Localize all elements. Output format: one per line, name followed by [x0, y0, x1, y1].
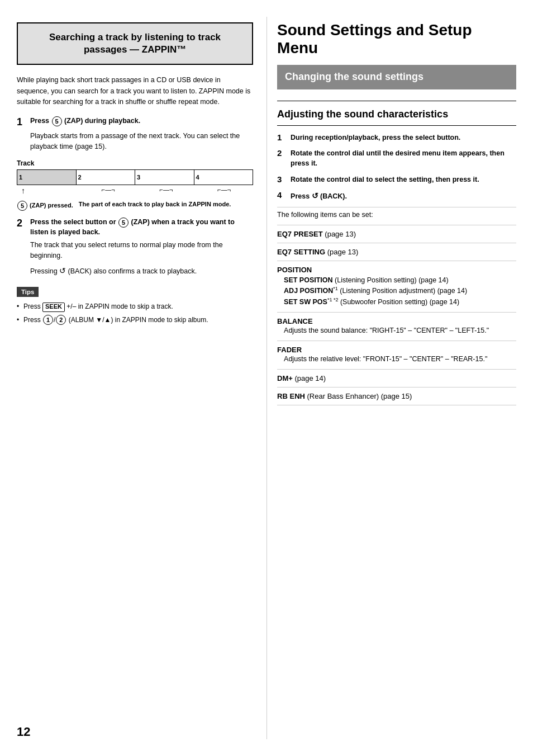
setting-dm-plus: DM+ (page 14): [277, 370, 516, 388]
step-1-title: Press 5 (ZAP) during playback.: [30, 116, 140, 126]
setting-eq7-setting: EQ7 SETTING (page 13): [277, 243, 516, 261]
step-2-body2: Pressing ↺ (BACK) also confirms a track …: [30, 265, 253, 277]
setting-eq7-setting-name: EQ7 SETTING: [277, 248, 325, 256]
tips-list: Press SEEK +/– in ZAPPIN mode to skip a …: [17, 301, 253, 325]
tips-label: Tips: [17, 287, 39, 297]
arrow-4: ⌐—¬: [195, 186, 253, 199]
right-step-4-num: 4: [277, 190, 287, 200]
step-2: 2 Press the select button or 5 (ZAP) whe…: [17, 218, 253, 277]
track-seg-4: 4: [194, 170, 253, 185]
left-column: Searching a track by listening to track …: [17, 17, 266, 739]
track-seg-2: 2: [77, 170, 136, 185]
settings-list: EQ7 PRESET (page 13) EQ7 SETTING (page 1…: [277, 225, 516, 405]
track-diagram: Track 1 2 3 4 ↑ ⌐—¬ ⌐—¬ ⌐—¬ 5 (ZAP) pres…: [17, 159, 253, 211]
step-1: 1 Press 5 (ZAP) during playback. Playbac…: [17, 116, 253, 152]
tips-item-1: Press SEEK +/– in ZAPPIN mode to skip a …: [17, 301, 253, 312]
setting-dm-plus-name: DM+: [277, 374, 293, 382]
setting-rb-enh-name: RB ENH: [277, 392, 305, 400]
setting-eq7-preset: EQ7 PRESET (page 13): [277, 225, 516, 243]
right-step-1: 1 During reception/playback, press the s…: [277, 133, 516, 143]
btn1-icon: 1: [43, 315, 53, 325]
setting-position-name: POSITION: [277, 266, 516, 274]
arrow-1: ↑: [17, 186, 79, 199]
setting-fader-desc: Adjusts the relative level: "FRONT-15" –…: [284, 354, 516, 365]
setting-balance-desc: Adjusts the sound balance: "RIGHT-15" – …: [284, 325, 516, 336]
track-arrows: ↑ ⌐—¬ ⌐—¬ ⌐—¬: [17, 186, 253, 199]
zap-button-icon: 5: [52, 116, 62, 126]
setting-fader-name: FADER: [277, 346, 516, 354]
zap-icon-caption: 5: [17, 201, 27, 211]
right-subtitle: Changing the sound settings: [277, 65, 516, 89]
right-step-1-num: 1: [277, 133, 287, 142]
step-1-body: Playback starts from a passage of the ne…: [30, 131, 253, 152]
track-seg-1: 1: [17, 170, 77, 185]
setting-dm-plus-suffix: (page 14): [293, 374, 326, 382]
set-sw-pos: SET SW POS*1 *2 (Subwoofer Position sett…: [284, 296, 516, 308]
tips-item-2: Press 1/2 (ALBUM ▼/▲) in ZAPPIN mode to …: [17, 315, 253, 325]
tips-section: Tips Press SEEK +/– in ZAPPIN mode to sk…: [17, 287, 253, 325]
seek-btn-icon: SEEK: [42, 303, 65, 312]
set-position: SET POSITION (Listening Position setting…: [284, 275, 516, 286]
search-box: Searching a track by listening to track …: [17, 22, 253, 65]
track-bars: 1 2 3 4: [17, 169, 253, 185]
setting-rb-enh: RB ENH (Rear Bass Enhancer) (page 15): [277, 388, 516, 405]
adj-position: ADJ POSITION*1 (Listening Position adjus…: [284, 285, 516, 296]
right-note: The following items can be set:: [277, 207, 516, 220]
right-step-3-text: Rotate the control dial to select the se…: [291, 174, 479, 185]
search-box-title: Searching a track by listening to track …: [27, 31, 243, 56]
step-2-num: 2: [17, 218, 27, 230]
right-column: Sound Settings and Setup Menu Changing t…: [266, 17, 516, 739]
step-2-title: Press the select button or 5 (ZAP) when …: [30, 218, 253, 238]
step-1-num: 1: [17, 116, 27, 129]
right-step-2: 2 Rotate the control dial until the desi…: [277, 148, 516, 168]
setting-balance: BALANCE Adjusts the sound balance: "RIGH…: [277, 313, 516, 341]
page-number: 12: [17, 725, 30, 739]
step-2-body1: The track that you select returns to nor…: [30, 240, 253, 277]
track-caption: 5 (ZAP) pressed. The part of each track …: [17, 201, 253, 211]
right-section-title: Adjusting the sound characteristics: [277, 108, 516, 126]
arrow-3: ⌐—¬: [137, 186, 196, 199]
right-step-3: 3 Rotate the control dial to select the …: [277, 174, 516, 185]
setting-position: POSITION SET POSITION (Listening Positio…: [277, 261, 516, 313]
setting-rb-enh-suffix: (Rear Bass Enhancer) (page 15): [305, 392, 412, 400]
track-caption-right: The part of each track to play back in Z…: [79, 201, 231, 211]
left-intro: While playing back short track passages …: [17, 75, 253, 107]
zap-btn-step2: 5: [118, 218, 129, 228]
right-step-4-text: Press ↺ (BACK).: [291, 190, 347, 201]
right-step-2-num: 2: [277, 148, 287, 158]
arrow-2: ⌐—¬: [79, 186, 137, 199]
right-step-3-num: 3: [277, 174, 287, 184]
right-step-4: 4 Press ↺ (BACK).: [277, 190, 516, 201]
track-label: Track: [17, 159, 253, 167]
setting-balance-name: BALANCE: [277, 317, 516, 325]
setting-eq7-preset-name: EQ7 PRESET: [277, 230, 323, 238]
right-step-2-text: Rotate the control dial until the desire…: [291, 148, 516, 168]
track-caption-left: 5 (ZAP) pressed.: [17, 201, 73, 211]
track-seg-3: 3: [135, 170, 194, 185]
setting-position-sub: SET POSITION (Listening Position setting…: [284, 275, 516, 308]
page: Searching a track by listening to track …: [0, 0, 533, 756]
btn2-icon: 2: [56, 315, 66, 325]
right-step-1-text: During reception/playback, press the sel…: [291, 133, 460, 143]
setting-eq7-setting-suffix: (page 13): [325, 248, 358, 256]
setting-fader: FADER Adjusts the relative level: "FRONT…: [277, 341, 516, 370]
setting-eq7-preset-suffix: (page 13): [323, 230, 356, 238]
right-title: Sound Settings and Setup Menu: [277, 21, 516, 57]
